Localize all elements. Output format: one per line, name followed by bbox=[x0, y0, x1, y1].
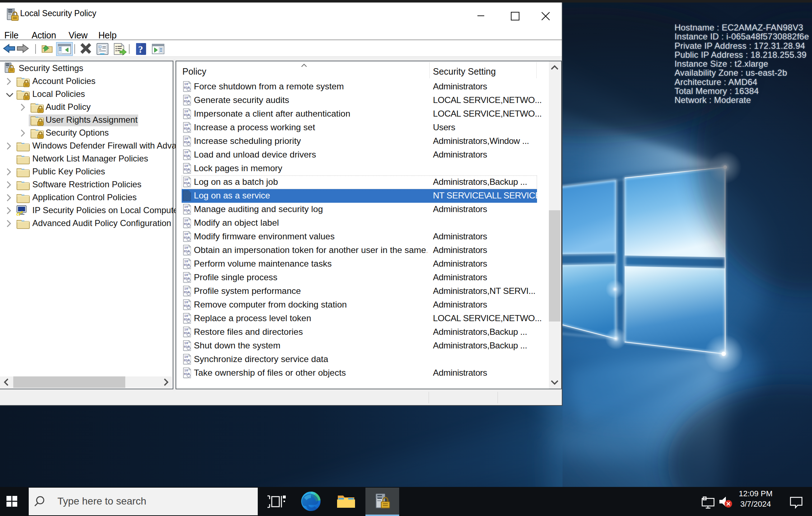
svg-text:?: ? bbox=[138, 44, 143, 55]
